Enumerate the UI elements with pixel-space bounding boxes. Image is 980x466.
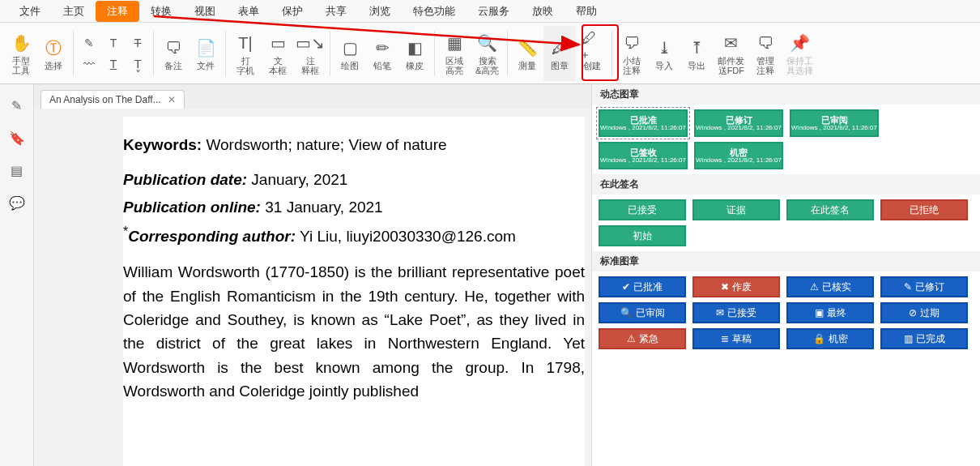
tool-shapes[interactable]: ▢绘图: [334, 26, 366, 81]
tool-summary[interactable]: 🗩小结 注释: [616, 26, 648, 81]
menu-view[interactable]: 视图: [183, 1, 227, 22]
edit-tool-icon[interactable]: ✎: [6, 94, 28, 117]
std-approved[interactable]: ✔已批准: [599, 276, 686, 297]
typewriter-icon: T|: [234, 32, 257, 54]
document-page: Keywords: Wordsworth; nature; View of na…: [123, 117, 585, 466]
tool-callout[interactable]: ▭↘注 释框: [294, 26, 326, 81]
envelope-icon: ✉: [716, 307, 724, 319]
text-tools-2: T T̬: [126, 26, 150, 81]
menu-annotate[interactable]: 注释: [96, 1, 139, 22]
dynamic-stamp-reviewed[interactable]: 已审阅Windows , 2021/8/2, 11:26:07: [790, 109, 879, 137]
std-revised[interactable]: ✎已修订: [880, 276, 968, 297]
grid-icon: ▥: [904, 333, 913, 344]
dynamic-stamps-list: 已批准Windows , 2021/8/2, 11:26:07 已修订Windo…: [592, 105, 980, 174]
sign-evidence[interactable]: 证据: [692, 199, 780, 220]
tool-textbox[interactable]: ▭文 本框: [262, 26, 294, 81]
std-accepted[interactable]: ✉已接受: [692, 302, 780, 323]
close-tab-icon[interactable]: ✕: [168, 94, 176, 105]
mail-icon: ✉: [720, 32, 743, 54]
tool-export[interactable]: ⤒导出: [680, 26, 713, 81]
ribbon: ✋手型 工具 Ⓣ选择 ✎ 〰 T T T T̬ 🗨备注 📄文件 T|打 字机 ▭…: [0, 23, 980, 84]
select-icon: Ⓣ: [42, 36, 65, 59]
std-expired[interactable]: ⊘过期: [880, 302, 968, 323]
sign-rejected[interactable]: 已拒绝: [880, 199, 968, 220]
sign-here[interactable]: 在此签名: [786, 199, 874, 220]
document-tab[interactable]: An Analysis on The Daff... ✕: [40, 90, 185, 109]
std-reviewed[interactable]: 🔍已审阅: [599, 302, 686, 323]
highlighter-icon[interactable]: ✎: [80, 34, 98, 52]
menu-cloud[interactable]: 云服务: [467, 1, 521, 22]
tool-mail-fdf[interactable]: ✉邮件发 送FDF: [713, 26, 749, 81]
x-icon: ✖: [721, 281, 729, 293]
dynamic-stamp-approved[interactable]: 已批准Windows , 2021/8/2, 11:26:07: [599, 109, 688, 137]
dynamic-stamp-confidential[interactable]: 机密Windows , 2021/8/2, 11:26:07: [694, 142, 783, 169]
ruler-icon: 📏: [516, 36, 539, 59]
sign-here-list: 已接受 证据 在此签名 已拒绝 初始: [592, 195, 980, 251]
note-icon: 🗨: [162, 36, 185, 59]
separator: [507, 31, 508, 76]
insert-caret-icon[interactable]: T̬: [129, 55, 147, 73]
menu-special[interactable]: 特色功能: [402, 1, 467, 22]
wavy-underline-icon[interactable]: 〰: [80, 55, 98, 73]
menu-play[interactable]: 放映: [521, 1, 565, 22]
tool-measure[interactable]: 📏测量: [511, 26, 543, 81]
tab-title: An Analysis on The Daff...: [49, 94, 161, 105]
hand-icon: ✋: [10, 32, 32, 54]
dynamic-stamp-revised[interactable]: 已修订Windows , 2021/8/2, 11:26:07: [694, 109, 783, 137]
underline-icon[interactable]: T: [104, 55, 122, 73]
stamp-panel: 动态图章 已批准Windows , 2021/8/2, 11:26:07 已修订…: [591, 84, 980, 466]
menu-convert[interactable]: 转换: [139, 1, 183, 22]
std-void[interactable]: ✖作废: [692, 276, 780, 297]
correspond-value: Yi Liu, liuyi20030330@126.com: [296, 229, 516, 246]
import-icon: ⤓: [653, 36, 675, 59]
std-confidential[interactable]: 🔒机密: [786, 328, 874, 349]
text-tool-icon[interactable]: T: [104, 34, 122, 52]
comments-icon[interactable]: 💬: [6, 191, 28, 214]
bookmark-icon[interactable]: 🔖: [6, 126, 28, 149]
pubdate-label: Publication date:: [123, 171, 247, 188]
std-final[interactable]: ▣最终: [786, 302, 874, 323]
separator: [225, 31, 226, 76]
pages-icon[interactable]: ▤: [6, 159, 28, 182]
strike-icon[interactable]: T: [129, 34, 147, 52]
std-completed[interactable]: ▥已完成: [880, 328, 968, 349]
alert-icon: ⚠: [627, 333, 636, 344]
tool-pencil[interactable]: ✏铅笔: [366, 26, 398, 81]
tool-select[interactable]: Ⓣ选择: [37, 26, 70, 81]
lock-icon: 🔒: [813, 333, 825, 344]
dynamic-stamp-received[interactable]: 已签收Windows , 2021/8/2, 11:26:07: [599, 142, 688, 169]
search-icon: 🔍: [620, 307, 633, 319]
tool-eraser[interactable]: ◧橡皮: [398, 26, 431, 81]
menu-home[interactable]: 主页: [52, 1, 96, 22]
menu-browse[interactable]: 浏览: [358, 1, 402, 22]
sign-accepted[interactable]: 已接受: [599, 199, 686, 220]
doc-icon: ≣: [721, 333, 729, 344]
clock-icon: ⊘: [909, 307, 917, 319]
tool-keep-selection[interactable]: 📌保持工 具选择: [782, 26, 818, 81]
sign-initial[interactable]: 初始: [599, 225, 686, 246]
tool-hand[interactable]: ✋手型 工具: [5, 26, 37, 81]
menu-share[interactable]: 共享: [314, 1, 358, 22]
tool-typewriter[interactable]: T|打 字机: [229, 26, 262, 81]
menu-protect[interactable]: 保护: [271, 1, 314, 22]
menu-form[interactable]: 表单: [227, 1, 271, 22]
body-paragraph: William Wordsworth (1770-1850) is the br…: [123, 260, 585, 404]
std-urgent[interactable]: ⚠紧急: [599, 328, 686, 349]
menu-bar: 文件 主页 注释 转换 视图 表单 保护 共享 浏览 特色功能 云服务 放映 帮…: [0, 0, 980, 23]
menu-file[interactable]: 文件: [8, 1, 52, 22]
tool-attach-file[interactable]: 📄文件: [190, 26, 222, 81]
std-verified[interactable]: ⚠已核实: [786, 276, 874, 297]
separator: [434, 31, 435, 76]
tool-manage[interactable]: 🗨管理 注释: [749, 26, 782, 81]
tool-note[interactable]: 🗨备注: [157, 26, 190, 81]
tool-search-highlight[interactable]: 🔍搜索 &高亮: [471, 26, 504, 81]
menu-help[interactable]: 帮助: [565, 1, 608, 22]
tool-import[interactable]: ⤓导入: [648, 26, 680, 81]
tool-stamp[interactable]: 🖊图章: [543, 26, 576, 81]
create-stamp-icon: 🖊⁺: [581, 36, 603, 59]
std-draft[interactable]: ≣草稿: [692, 328, 780, 349]
keywords-label: Keywords:: [123, 136, 202, 153]
eraser-icon: ◧: [403, 36, 426, 59]
tool-create[interactable]: 🖊⁺创建: [576, 26, 608, 81]
tool-area-highlight[interactable]: ▦区域 高亮: [438, 26, 471, 81]
